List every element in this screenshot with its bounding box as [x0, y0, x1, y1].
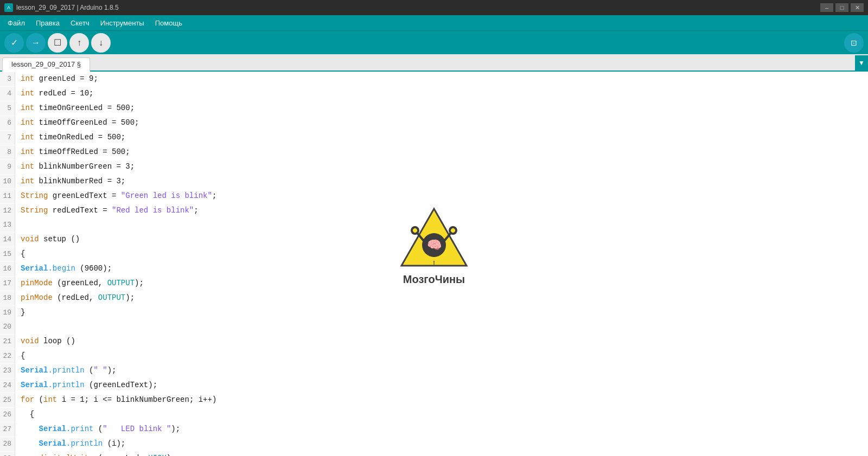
- code-line-18: 18 pinMode (redLed, OUTPUT);: [0, 291, 868, 305]
- code-line-24: 24 Serial.println (greenLedText);: [0, 378, 868, 393]
- code-line-6: 6 int timeOffGreenLed = 500;: [0, 115, 868, 130]
- toolbar: ✓ → ☐ ↑ ↓ ⊡: [0, 30, 868, 54]
- code-line-8: 8 int timeOffRedLed = 500;: [0, 145, 868, 159]
- code-editor[interactable]: 3 int greenLed = 9; 4 int redLed = 10; 5…: [0, 72, 868, 456]
- tabbar: lesson_29_09_2017 § ▼: [0, 54, 868, 72]
- open-button[interactable]: ↑: [69, 33, 89, 53]
- code-line-10: 10 int blinkNumberRed = 3;: [0, 174, 868, 189]
- code-line-16: 16 Serial.begin (9600);: [0, 261, 868, 276]
- new-button[interactable]: ☐: [48, 33, 67, 53]
- code-line-17: 17 pinMode (greenLed, OUTPUT);: [0, 276, 868, 291]
- code-line-12: 12 String redLedText = "Red led is blink…: [0, 203, 868, 218]
- code-line-20: 20: [0, 320, 868, 334]
- window-controls: – □ ✕: [820, 3, 864, 12]
- verify-button[interactable]: ✓: [4, 33, 24, 53]
- tab-label: lesson_29_09_2017 §: [11, 60, 81, 68]
- app-window: A lesson_29_09_2017 | Arduino 1.8.5 – □ …: [0, 0, 868, 456]
- code-line-23: 23 Serial.println (" ");: [0, 363, 868, 378]
- minimize-button[interactable]: –: [820, 3, 833, 12]
- code-line-15: 15 {: [0, 247, 868, 261]
- menu-help[interactable]: Помощь: [150, 17, 188, 29]
- tab-main[interactable]: lesson_29_09_2017 §: [2, 57, 90, 72]
- code-line-9: 9 int blinkNumberGreen = 3;: [0, 159, 868, 174]
- close-button[interactable]: ✕: [851, 3, 864, 12]
- menu-tools[interactable]: Инструменты: [95, 17, 150, 29]
- code-line-11: 11 String greenLedText = "Green led is b…: [0, 189, 868, 203]
- app-icon: A: [4, 3, 13, 12]
- tab-dropdown-button[interactable]: ▼: [855, 55, 868, 70]
- menu-sketch[interactable]: Скетч: [65, 17, 95, 29]
- upload-button[interactable]: →: [26, 33, 46, 53]
- menu-edit[interactable]: Правка: [30, 17, 65, 29]
- code-line-19: 19 }: [0, 305, 868, 320]
- window-title: lesson_29_09_2017 | Arduino 1.8.5: [16, 4, 119, 11]
- menubar: Файл Правка Скетч Инструменты Помощь: [0, 15, 868, 30]
- code-line-13: 13: [0, 218, 868, 232]
- serial-monitor-button[interactable]: ⊡: [844, 33, 864, 53]
- code-line-28: 28 Serial.println (i);: [0, 436, 868, 451]
- code-line-4: 4 int redLed = 10;: [0, 86, 868, 101]
- code-line-14: 14 void setup (): [0, 232, 868, 247]
- code-line-5: 5 int timeOnGreenLed = 500;: [0, 101, 868, 115]
- code-line-25: 25 for (int i = 1; i <= blinkNumberGreen…: [0, 393, 868, 407]
- code-line-29: 29 digitalWrite (greenLed, HIGH);: [0, 451, 868, 456]
- code-line-27: 27 Serial.print (" LED blink ");: [0, 422, 868, 436]
- code-line-26: 26 {: [0, 407, 868, 422]
- restore-button[interactable]: □: [835, 3, 848, 12]
- code-line-3: 3 int greenLed = 9;: [0, 72, 868, 86]
- code-line-7: 7 int timeOnRedLed = 500;: [0, 130, 868, 145]
- titlebar: A lesson_29_09_2017 | Arduino 1.8.5 – □ …: [0, 0, 868, 15]
- code-line-22: 22 {: [0, 349, 868, 363]
- code-line-21: 21 void loop (): [0, 334, 868, 349]
- menu-file[interactable]: Файл: [2, 17, 30, 29]
- save-button[interactable]: ↓: [91, 33, 111, 53]
